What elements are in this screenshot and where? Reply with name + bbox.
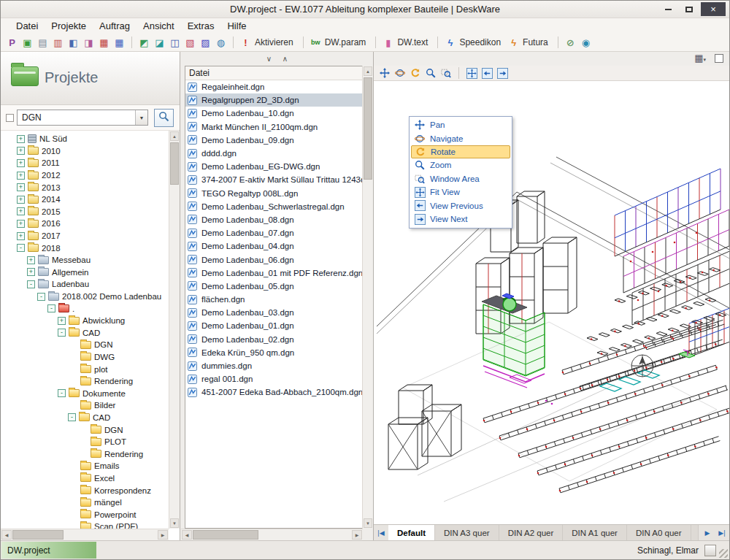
collapse-icon[interactable]: -	[27, 280, 35, 288]
menu-auftrag[interactable]: Auftrag	[93, 19, 137, 33]
tree-item-2013[interactable]: +2013	[1, 181, 169, 193]
menu-ansicht[interactable]: Ansicht	[137, 19, 181, 33]
tree-item-plot[interactable]: plot	[1, 363, 169, 375]
tree-hscroll-thumb[interactable]	[12, 530, 64, 540]
tree-item-excel[interactable]: Excel	[1, 472, 169, 485]
dw-text-label[interactable]: DW.text	[397, 37, 428, 47]
file-row[interactable]: Demo Ladenbau_08.dgn	[185, 213, 362, 226]
context-item-fit-view[interactable]: Fit View	[411, 185, 510, 199]
file-row[interactable]: Demo Ladenbau_01.dgn	[185, 319, 362, 332]
chart-blue-icon[interactable]: ▨	[199, 36, 212, 50]
file-row[interactable]: Regaleinheit.dgn	[185, 80, 362, 93]
tree-item-scan-pdf[interactable]: Scan (PDF)	[1, 521, 169, 529]
tree-item-2014[interactable]: +2014	[1, 193, 169, 206]
tree-item-ladenbau[interactable]: -Ladenbau	[1, 278, 169, 291]
title-bar[interactable]: DW.project - EW.1077 Ableitung komplexer…	[1, 1, 729, 18]
file-row[interactable]: Demo Ladenbau_06.dgn	[185, 253, 362, 266]
files-hscrollbar[interactable]: ◀ ▶	[181, 529, 363, 540]
cube-blue-icon[interactable]: ◫	[168, 36, 182, 50]
view-previous-button[interactable]	[480, 66, 493, 80]
tab-partial[interactable]	[691, 525, 699, 540]
filter-checkbox[interactable]	[6, 114, 14, 122]
tree-item-mängel[interactable]: mängel	[1, 496, 169, 509]
scroll-down-icon[interactable]: ▼	[170, 518, 179, 528]
monitor-green-icon[interactable]: ▣	[20, 36, 34, 50]
file-row[interactable]: regal 001.dgn	[185, 372, 362, 386]
collapse-icon[interactable]: -	[47, 304, 55, 312]
cube-green-icon[interactable]: ◩	[137, 36, 151, 50]
file-row[interactable]: flächen.dgn	[185, 293, 362, 306]
tab-scroll-last-button[interactable]: ▶|	[715, 525, 729, 540]
context-item-view-next[interactable]: View Next	[411, 212, 510, 226]
context-item-zoom[interactable]: Zoom	[411, 158, 510, 172]
expand-icon[interactable]: +	[17, 207, 25, 215]
tree-item-dgn[interactable]: DGN	[1, 423, 169, 436]
tree-item-powerpoint[interactable]: Powerpoint	[1, 508, 169, 521]
collapse-icon[interactable]: -	[37, 293, 45, 301]
file-row[interactable]: Demo Ladenbau_05.dgn	[185, 280, 362, 293]
expand-icon[interactable]: +	[17, 159, 25, 167]
tab-din-a0-quer[interactable]: DIN A0 quer	[627, 525, 691, 540]
zoom-button[interactable]	[424, 66, 437, 80]
tree-item-cad[interactable]: -CAD	[1, 412, 169, 424]
tree-item-abwicklung[interactable]: +Abwicklung	[1, 315, 169, 327]
cad-viewport[interactable]: PanNavigateRotateZoomWindow AreaFit View…	[374, 81, 729, 524]
tree-item-2017[interactable]: +2017	[1, 230, 169, 242]
file-row[interactable]: Markt München II_2100qm.dgn	[185, 120, 362, 134]
tab-din-a3-quer[interactable]: DIN A3 quer	[435, 525, 499, 540]
tree-item-2010[interactable]: +2010	[1, 145, 169, 158]
tree-item-dwg[interactable]: DWG	[1, 351, 169, 364]
window-layout-icon[interactable]	[715, 54, 723, 63]
collapse-icon[interactable]: -	[17, 244, 25, 252]
cube-teal-icon[interactable]: ◪	[153, 36, 166, 50]
expand-icon[interactable]: +	[17, 135, 25, 143]
collapse-down-icon[interactable]: ∨	[264, 55, 274, 63]
tree-item-dokumente[interactable]: -Dokumente	[1, 387, 169, 399]
scroll-left-icon[interactable]: ◀	[1, 530, 12, 540]
tree-item-nl-süd[interactable]: +NL Süd	[1, 133, 169, 145]
menu-datei[interactable]: Datei	[9, 19, 45, 33]
tab-din-a1-quer[interactable]: DIN A1 quer	[563, 525, 627, 540]
context-item-pan[interactable]: Pan	[411, 118, 510, 132]
tree-item-2018[interactable]: -2018	[1, 242, 169, 254]
filetype-dropdown[interactable]: DGN ▼	[17, 110, 148, 126]
file-row[interactable]: Demo Ladenbau_EG-DWG.dgn	[185, 160, 362, 173]
tab-din-a2-quer[interactable]: DIN A2 quer	[499, 525, 564, 540]
file-row[interactable]: Demo Ladenbau_10.dgn	[185, 107, 362, 120]
tree-item-messebau[interactable]: +Messebau	[1, 254, 169, 266]
context-item-rotate[interactable]: Rotate	[411, 145, 510, 158]
file-row[interactable]: Demo Ladenbau_Schwerlastregal.dgn	[185, 200, 362, 213]
context-item-window-area[interactable]: Window Area	[411, 172, 510, 185]
navigate-button[interactable]	[393, 66, 407, 80]
grid-view-icon[interactable]: ▦▾	[694, 53, 706, 64]
chart-red-icon[interactable]: ▧	[183, 36, 197, 50]
tree-item-rendering[interactable]: Rendering	[1, 448, 169, 460]
file-row[interactable]: 451-2007 Edeka Bad-Abbach_2100qm.dgn	[185, 386, 362, 399]
menu-extras[interactable]: Extras	[181, 19, 221, 33]
scroll-up-icon[interactable]: ▲	[170, 131, 179, 141]
expand-icon[interactable]: +	[58, 317, 66, 325]
futura-icon[interactable]: ϟ	[507, 36, 520, 50]
context-item-view-previous[interactable]: View Previous	[411, 199, 510, 213]
monitor-red-icon[interactable]: ▥	[51, 36, 65, 50]
scroll-right-icon[interactable]: ▶	[158, 530, 168, 540]
tab-default[interactable]: Default	[388, 525, 435, 540]
file-row[interactable]: Edeka Krün_950 qm.dgn	[185, 346, 362, 359]
collapse-icon[interactable]: -	[58, 389, 66, 397]
grid-red-icon[interactable]: ▦	[97, 36, 111, 50]
scroll-left-icon[interactable]: ◀	[182, 530, 192, 540]
file-list-header[interactable]: Datei	[185, 66, 362, 80]
search-button[interactable]	[154, 109, 174, 127]
close-button[interactable]: ×	[701, 2, 726, 16]
dw-text-icon[interactable]: ▮	[381, 36, 395, 50]
tree-item-2018-002-demo-ladenbau[interactable]: -2018.002 Demo Ladenbau	[1, 291, 169, 303]
menu-projekte[interactable]: Projekte	[45, 19, 93, 33]
dw-param-icon[interactable]: bw	[309, 36, 323, 50]
file-row[interactable]: dddd.dgn	[185, 147, 362, 160]
menu-hilfe[interactable]: Hilfe	[220, 19, 253, 33]
window-area-button[interactable]	[439, 66, 453, 80]
minimize-button[interactable]	[658, 2, 677, 16]
monitor-gray-icon[interactable]: ▤	[36, 36, 50, 50]
speedikon-label[interactable]: Speedikon	[459, 37, 501, 47]
tree-item-cad[interactable]: -CAD	[1, 327, 169, 340]
